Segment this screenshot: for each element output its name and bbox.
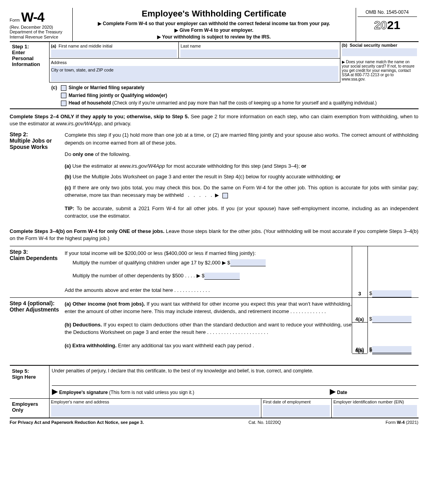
- year-outline: 20: [374, 18, 387, 31]
- form-irs: Internal Revenue Service: [10, 35, 70, 40]
- employers-label: Employers Only: [10, 399, 49, 418]
- last-name-box: Last name: [178, 42, 340, 59]
- step3-intro: If your total income will be $200,000 or…: [65, 249, 352, 258]
- step2-opt-a: (a) Use the estimator at www.irs.gov/W4A…: [65, 162, 419, 170]
- footer: For Privacy Act and Paperwork Reduction …: [10, 418, 419, 425]
- header-center: Employee's Withholding Certificate ▶ Com…: [73, 8, 356, 41]
- line-3-num: 3: [352, 291, 367, 297]
- header-sub2: ▶ Give Form W-4 to your employer.: [76, 27, 353, 34]
- checkbox-joint[interactable]: [61, 93, 66, 98]
- checkbox-hoh[interactable]: [61, 101, 66, 106]
- form-w4: Form W-4 (Rev. December 2020) Department…: [10, 8, 419, 425]
- year-bold: 21: [387, 18, 400, 31]
- employer-name-box: Employer's name and address: [49, 399, 261, 418]
- step4-a: (a) Other income (not from jobs). If you…: [65, 300, 352, 315]
- header-sub1: ▶ Complete Form W-4 so that your employe…: [76, 20, 353, 27]
- line-4c-input[interactable]: [372, 346, 411, 353]
- ssn-box: (b) Social security number: [340, 42, 419, 59]
- step5: Step 5: Sign Here Under penalties of per…: [10, 365, 419, 399]
- ein-label: Employer identification number (EIN): [333, 400, 404, 404]
- name-match-box: ▶ Does your name match the name on your …: [340, 59, 419, 82]
- step4-content: (a) Other income (not from jobs). If you…: [65, 298, 352, 354]
- form-revision: (Rev. December 2020): [10, 25, 70, 29]
- step2-opt-c: (c) If there are only two jobs total, yo…: [65, 184, 419, 199]
- omb-number: OMB No. 1545-0074: [358, 9, 417, 17]
- step3-add: Add the amounts above and enter the tota…: [65, 286, 352, 295]
- signature-box: ▶Employee's signature (This form is not …: [52, 387, 330, 396]
- step3-subtitle: Claim Dependents: [10, 255, 62, 261]
- instructions-24: Complete Steps 2–4 ONLY if they apply to…: [10, 113, 419, 127]
- step5-title: Step 5:: [12, 368, 47, 374]
- city-box: City or town, state, and ZIP code: [49, 66, 340, 82]
- children-amount-input[interactable]: [230, 259, 266, 266]
- date-mark-icon: ▶: [330, 387, 336, 396]
- step4-label: Step 4 (optional): Other Adjustments: [10, 298, 65, 354]
- form-dept: Department of the Treasury: [10, 29, 70, 35]
- form-year: 2021: [358, 18, 417, 32]
- step4-valcol: $ $ $: [367, 298, 419, 354]
- last-name-input[interactable]: [180, 49, 338, 57]
- step4-b: (b) Deductions. If you expect to claim d…: [65, 321, 352, 336]
- step4: Step 4 (optional): Other Adjustments (a)…: [10, 297, 419, 354]
- footer-privacy: For Privacy Act and Paperwork Reduction …: [10, 420, 144, 425]
- ein-box: Employer identification number (EIN): [331, 399, 418, 418]
- footer-cat: Cat. No. 10220Q: [248, 420, 281, 425]
- employers-only: Employers Only Employer's name and addre…: [10, 399, 419, 418]
- step5-subtitle: Sign Here: [12, 374, 47, 380]
- first-name-input[interactable]: [51, 49, 177, 57]
- signature-mark-icon: ▶: [52, 387, 58, 396]
- step3: Step 3: Claim Dependents If your total i…: [10, 246, 419, 297]
- step4-numcol: 4(a) 4(b) 4(c): [352, 298, 367, 354]
- line-4c-num: 4(c): [352, 347, 367, 352]
- employer-name-input[interactable]: [51, 405, 260, 417]
- footer-form: Form W-4 (2021): [386, 420, 419, 425]
- header: Form W-4 (Rev. December 2020) Department…: [10, 8, 419, 42]
- step3-valcol: $: [367, 246, 419, 297]
- last-name-label: Last name: [180, 44, 200, 48]
- employer-name-label: Employer's name and address: [51, 400, 109, 404]
- checkbox-2c[interactable]: [222, 193, 228, 198]
- step2-intro: Complete this step if you (1) hold more …: [65, 131, 419, 147]
- other-dep-amount-input[interactable]: [204, 273, 240, 280]
- step5-content: Under penalties of perjury, I declare th…: [49, 366, 419, 398]
- step1-label: Step 1: Enter Personal Information: [10, 42, 49, 108]
- step5-label: Step 5: Sign Here: [10, 366, 49, 398]
- instructions-34b: Complete Steps 3–4(b) on Form W-4 for on…: [10, 228, 419, 242]
- first-name-box: (a) First name and middle initial: [49, 42, 179, 59]
- first-date-input[interactable]: [263, 405, 330, 417]
- header-sub3: ▶ Your withholding is subject to review …: [76, 34, 353, 40]
- ein-input[interactable]: [333, 405, 417, 417]
- checkbox-single[interactable]: [61, 85, 66, 91]
- form-title: Employee's Withholding Certificate: [76, 9, 353, 19]
- city-input[interactable]: [51, 73, 338, 81]
- step3-label: Step 3: Claim Dependents: [10, 246, 65, 297]
- step2-content: Complete this step if you (1) hold more …: [65, 131, 419, 224]
- name-match-text: ▶ Does your name match the name on your …: [342, 60, 415, 81]
- step1-fields: (a) First name and middle initial Last n…: [49, 42, 419, 108]
- step4-title: Step 4 (optional):: [10, 300, 62, 306]
- label-b: (b): [342, 43, 347, 48]
- single-label: Single or Married filing separately: [69, 85, 145, 90]
- line-4a-input[interactable]: [372, 316, 411, 323]
- declaration-text: Under penalties of perjury, I declare th…: [52, 368, 416, 374]
- step3-numcol: 3: [352, 246, 367, 297]
- first-date-box: First date of employment: [261, 399, 331, 418]
- header-right: OMB No. 1545-0074 2021: [356, 8, 419, 41]
- first-name-label: First name and middle initial: [59, 44, 112, 48]
- ssn-input[interactable]: [342, 48, 417, 56]
- step1: Step 1: Enter Personal Information (a) F…: [10, 42, 419, 109]
- label-a: (a): [51, 44, 56, 48]
- line-4a-num: 4(a): [352, 317, 367, 323]
- step1-subtitle: Enter Personal Information: [12, 49, 47, 67]
- joint-label: Married filing jointly or Qualifying wid…: [69, 93, 167, 98]
- line-3-input[interactable]: [372, 290, 411, 297]
- form-number: W-4: [21, 9, 44, 24]
- step2-opt-b: (b) Use the Multiple Jobs Worksheet on p…: [65, 173, 419, 181]
- step2-label: Step 2: Multiple Jobs or Spouse Works: [10, 131, 65, 224]
- hoh-label: (Check only if you're unmarried and pay …: [112, 100, 377, 106]
- step4-subtitle: Other Adjustments: [10, 306, 62, 313]
- address-label: Address: [51, 60, 67, 65]
- first-date-label: First date of employment: [263, 400, 310, 404]
- header-left: Form W-4 (Rev. December 2020) Department…: [10, 8, 73, 41]
- step1-title: Step 1:: [12, 44, 47, 49]
